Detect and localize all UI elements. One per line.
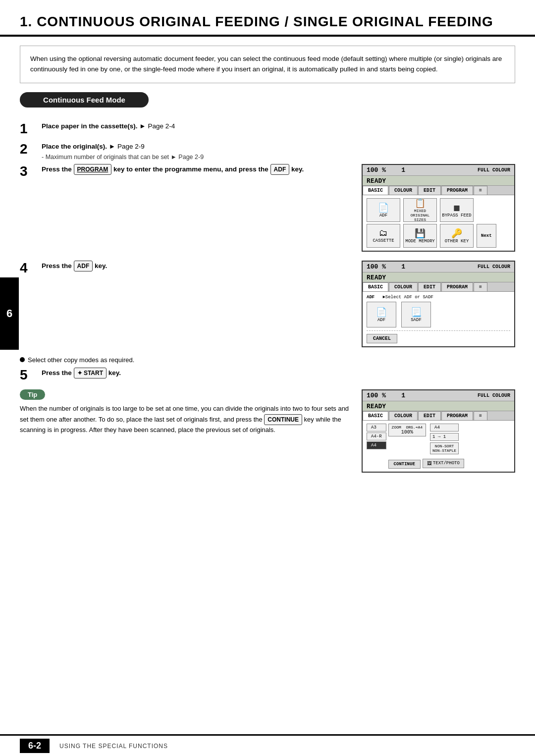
tab-basic-tip[interactable]: BASIC bbox=[363, 411, 388, 420]
copies-display: 1 → 1 bbox=[430, 433, 459, 441]
step-4-left: 4 Press the ADF key. bbox=[20, 261, 354, 281]
step-3-number: 3 bbox=[20, 164, 38, 179]
screen-ready-3: READY bbox=[363, 176, 514, 186]
adf-icon: 📄 bbox=[378, 202, 389, 213]
paper-top-row: ZOOM ORG.➔A4 100% A4 1 → 1 NON-SORTNON-S… bbox=[388, 424, 510, 454]
paper-right: ZOOM ORG.➔A4 100% A4 1 → 1 NON-SORTNON-S… bbox=[388, 424, 510, 469]
paper-a3[interactable]: A3 bbox=[367, 424, 386, 432]
adf-label-3: ADF bbox=[379, 213, 387, 218]
text-photo-icon: 🖼 bbox=[427, 461, 431, 466]
screen-top-3: 100 % 1 FULL COLOUR bbox=[363, 165, 514, 176]
screen-icon-mode-memory[interactable]: 💾 MODE MEMORY bbox=[403, 224, 437, 248]
intro-text: When using the optional reversing automa… bbox=[30, 55, 502, 73]
step-3-text: Press the PROGRAM key to enter the progr… bbox=[42, 165, 304, 173]
screen-ready-tip: READY bbox=[363, 401, 514, 411]
screen-ready-4: READY bbox=[363, 272, 514, 282]
screen-icon-mixed[interactable]: 📋 MIXEDORIGINAL SIZES bbox=[403, 198, 437, 222]
tab-basic-4[interactable]: BASIC bbox=[363, 282, 388, 291]
screen-icon-cassette[interactable]: 🗂 CASSETTE bbox=[367, 224, 400, 248]
sadf-option[interactable]: 📃 SADF bbox=[401, 302, 431, 327]
screen-mockup-3: 100 % 1 FULL COLOUR READY BASIC COLOUR E… bbox=[362, 164, 515, 252]
screen-status-4: 100 % 1 bbox=[367, 263, 405, 270]
step-5-number: 5 bbox=[20, 368, 38, 383]
screen-icon-bypass[interactable]: ▦ BYPASS FEED bbox=[440, 198, 474, 222]
adf-key-4[interactable]: ADF bbox=[74, 261, 93, 271]
cancel-divider: CANCEL bbox=[367, 330, 510, 343]
tab-edit-tip[interactable]: EDIT bbox=[418, 411, 441, 420]
tab-colour-tip[interactable]: COLOUR bbox=[389, 411, 418, 420]
sadf-option-label: SADF bbox=[411, 318, 422, 323]
step-2-sub: - Maximum number of originals that can b… bbox=[42, 153, 515, 162]
a4-select[interactable]: A4 bbox=[430, 424, 459, 432]
continue-key[interactable]: CONTINUE bbox=[264, 414, 302, 426]
tab-colour-3[interactable]: COLOUR bbox=[389, 186, 418, 195]
tab-edit-3[interactable]: EDIT bbox=[418, 186, 441, 195]
step-4-text: Press the ADF key. bbox=[42, 262, 107, 270]
bullet-item: Select other copy modes as required. bbox=[20, 356, 515, 364]
screen-icon-adf[interactable]: 📄 ADF bbox=[367, 198, 400, 222]
tab-program-4[interactable]: PROGRAM bbox=[441, 282, 473, 291]
screen-top-tip: 100 % 1 FULL COLOUR bbox=[363, 390, 514, 401]
tab-menu-tip[interactable]: ≡ bbox=[474, 411, 487, 420]
tab-menu-4[interactable]: ≡ bbox=[474, 282, 487, 291]
tab-program-3[interactable]: PROGRAM bbox=[441, 186, 473, 195]
adf-select-label: ADF ►Select ADF or SADF bbox=[367, 295, 510, 300]
section-label: Continuous Feed Mode bbox=[20, 92, 149, 108]
tip-text: When the number of originals is too larg… bbox=[20, 404, 354, 435]
screen-colour-tip: FULL COLOUR bbox=[478, 393, 510, 398]
adf-option[interactable]: 📄 ADF bbox=[367, 302, 396, 327]
adf-key-3[interactable]: ADF bbox=[270, 164, 290, 175]
screen-body-3: 📄 ADF 📋 MIXEDORIGINAL SIZES ▦ BYPASS FEE… bbox=[363, 195, 514, 251]
right-column: A4 1 → 1 NON-SORTNON-STAPLE bbox=[430, 424, 459, 454]
cassette-icon: 🗂 bbox=[379, 228, 388, 238]
mixed-label: MIXEDORIGINAL SIZES bbox=[404, 209, 436, 222]
side-badge: 6 bbox=[0, 277, 19, 350]
screen-icons-row1-3: 📄 ADF 📋 MIXEDORIGINAL SIZES ▦ BYPASS FEE… bbox=[367, 198, 510, 222]
screen-mockup-4: 100 % 1 FULL COLOUR READY BASIC COLOUR E… bbox=[362, 261, 515, 347]
section-label-wrapper: Continuous Feed Mode bbox=[20, 92, 515, 114]
tab-colour-4[interactable]: COLOUR bbox=[389, 282, 418, 291]
step-3-content: Press the PROGRAM key to enter the progr… bbox=[42, 164, 354, 175]
bottom-page: 6-2 bbox=[20, 739, 50, 753]
screen-icons-row2-3: 🗂 CASSETTE 💾 MODE MEMORY 🔑 OTHER KEY bbox=[367, 224, 510, 248]
step-3-screen: 100 % 1 FULL COLOUR READY BASIC COLOUR E… bbox=[362, 164, 515, 252]
page-wrapper: 1. CONTINUOUS ORIGINAL FEEDING / SINGLE … bbox=[0, 0, 535, 756]
screen-top-4: 100 % 1 FULL COLOUR bbox=[363, 262, 514, 272]
tip-text-wrapper: Tip When the number of originals is too … bbox=[20, 389, 354, 435]
screen-tabs-4: BASIC COLOUR EDIT PROGRAM ≡ bbox=[363, 282, 514, 292]
screen-colour-3: FULL COLOUR bbox=[478, 167, 510, 173]
continue-button[interactable]: CONTINUE bbox=[388, 460, 421, 469]
step-4-content: Press the ADF key. bbox=[42, 261, 354, 271]
zoom-org-wrapper: ZOOM ORG.➔A4 100% bbox=[388, 424, 426, 436]
tab-basic-3[interactable]: BASIC bbox=[363, 186, 388, 195]
bottom-bar: 6-2 USING THE SPECIAL FUNCTIONS bbox=[0, 734, 535, 756]
step-1-content: Place paper in the cassette(s). ► Page 2… bbox=[42, 121, 515, 131]
screen-status-tip: 100 % 1 bbox=[367, 392, 405, 399]
screen-icon-other-key[interactable]: 🔑 OTHER KEY bbox=[440, 224, 474, 248]
tab-edit-4[interactable]: EDIT bbox=[418, 282, 441, 291]
step-3-wrapper: 3 Press the PROGRAM key to enter the pro… bbox=[20, 164, 515, 252]
screen-mockup-tip: 100 % 1 FULL COLOUR READY BASIC COLOUR E… bbox=[362, 389, 515, 473]
non-sort-box: NON-SORTNON-STAPLE bbox=[430, 442, 459, 454]
tip-section: Tip When the number of originals is too … bbox=[20, 389, 515, 473]
bullet-circle bbox=[20, 357, 25, 362]
text-photo-button[interactable]: 🖼 TEXT/PHOTO bbox=[423, 459, 464, 468]
page-title: 1. CONTINUOUS ORIGINAL FEEDING / SINGLE … bbox=[20, 14, 515, 30]
adf-select-body: ADF ►Select ADF or SADF 📄 ADF 📃 SADF bbox=[363, 292, 514, 346]
paper-a4r[interactable]: A4-R bbox=[367, 432, 386, 440]
paper-a4[interactable]: A4 bbox=[367, 441, 386, 449]
program-key[interactable]: PROGRAM bbox=[74, 164, 112, 175]
step-1-number: 1 bbox=[20, 121, 38, 137]
other-key-icon: 🔑 bbox=[451, 228, 462, 239]
start-key[interactable]: ✦ START bbox=[74, 368, 107, 378]
mode-memory-label: MODE MEMORY bbox=[405, 239, 434, 244]
step-4-screen: 100 % 1 FULL COLOUR READY BASIC COLOUR E… bbox=[362, 261, 515, 347]
adf-option-icon: 📄 bbox=[376, 307, 387, 318]
bottom-label: USING THE SPECIAL FUNCTIONS bbox=[59, 743, 168, 750]
adf-icons: 📄 ADF 📃 SADF bbox=[367, 302, 510, 327]
sadf-option-icon: 📃 bbox=[411, 307, 422, 318]
tab-program-tip[interactable]: PROGRAM bbox=[441, 411, 473, 420]
next-button-3[interactable]: Next bbox=[477, 224, 496, 248]
cancel-button[interactable]: CANCEL bbox=[367, 334, 397, 343]
tab-menu-3[interactable]: ≡ bbox=[474, 186, 487, 195]
